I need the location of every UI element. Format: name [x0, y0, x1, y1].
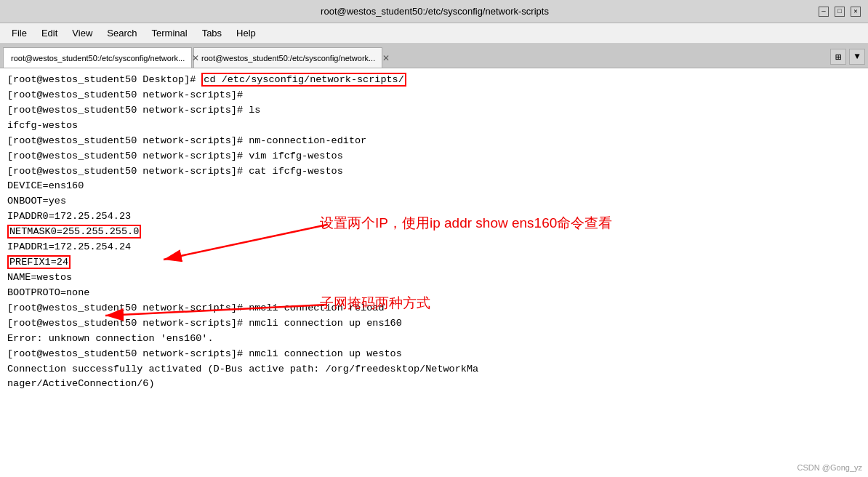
cd-command-highlight: cd /etc/sysconfig/network-scripts/: [201, 73, 406, 87]
window-controls[interactable]: ─ □ ✕: [819, 7, 861, 17]
tab-menu-button[interactable]: ▼: [849, 49, 865, 65]
tab-2-label: root@westos_student50:/etc/sysconfig/net…: [201, 54, 375, 63]
menu-help[interactable]: Help: [230, 26, 262, 40]
terminal-line-16: [root@westos_student50 network-scripts]#…: [7, 316, 861, 332]
terminal-line-1: [root@westos_student50 network-scripts]#: [7, 88, 861, 103]
menu-terminal[interactable]: Terminal: [146, 26, 193, 40]
tab-1-label: root@westos_student50:/etc/sysconfig/net…: [11, 54, 185, 63]
terminal-line-6: [root@westos_student50 network-scripts]#…: [7, 164, 861, 180]
tab-1[interactable]: root@westos_student50:/etc/sysconfig/net…: [3, 47, 192, 68]
terminal-line-9: IPADDR0=172.25.254.23: [7, 209, 861, 225]
menu-search[interactable]: Search: [101, 26, 142, 40]
terminal-line-15: [root@westos_student50 network-scripts]#…: [7, 301, 861, 316]
terminal-line-3: ifcfg-westos: [7, 119, 861, 134]
menu-edit[interactable]: Edit: [36, 26, 63, 40]
terminal-line-4: [root@westos_student50 network-scripts]#…: [7, 134, 861, 149]
terminal-line-8: ONBOOT=yes: [7, 194, 861, 209]
tab-bar: root@westos_student50:/etc/sysconfig/net…: [0, 44, 868, 68]
menu-bar: File Edit View Search Terminal Tabs Help: [0, 23, 868, 44]
maximize-button[interactable]: □: [835, 7, 845, 17]
menu-tabs[interactable]: Tabs: [196, 26, 228, 40]
terminal-line-7: DEVICE=ens160: [7, 179, 861, 194]
tab-2-close[interactable]: ✕: [382, 53, 390, 63]
terminal-line-14: BOOTPROTO=none: [7, 286, 861, 301]
terminal-line-10: NETMASK0=255.255.255.0: [7, 225, 861, 240]
watermark: CSDN @Gong_yz: [797, 462, 862, 474]
close-button[interactable]: ✕: [851, 7, 861, 17]
tab-1-close[interactable]: ✕: [192, 53, 199, 63]
terminal-line-12: PREFIX1=24: [7, 255, 861, 270]
tab-2[interactable]: root@westos_student50:/etc/sysconfig/net…: [193, 47, 382, 68]
minimize-button[interactable]: ─: [819, 7, 829, 17]
terminal-line-0: [root@westos_student50 Desktop]# cd /etc…: [7, 73, 861, 88]
terminal-line-13: NAME=westos: [7, 270, 861, 286]
prefix-highlight: PREFIX1=24: [7, 255, 71, 269]
new-tab-button[interactable]: ⊞: [830, 49, 846, 65]
menu-file[interactable]: File: [6, 26, 33, 40]
terminal-line-2: [root@westos_student50 network-scripts]#…: [7, 103, 861, 119]
tab-bar-controls: ⊞ ▼: [830, 49, 865, 68]
window-title: root@westos_student50:/etc/sysconfig/net…: [51, 6, 819, 17]
terminal-line-11: IPADDR1=172.25.254.24: [7, 240, 861, 255]
terminal-line-18: [root@westos_student50 network-scripts]#…: [7, 347, 861, 362]
terminal-line-20: nager/ActiveConnection/6): [7, 377, 861, 392]
terminal-line-19: Connection successfully activated (D-Bus…: [7, 362, 861, 377]
netmask-highlight: NETMASK0=255.255.255.0: [7, 225, 141, 238]
menu-view[interactable]: View: [66, 26, 98, 40]
title-bar: root@westos_student50:/etc/sysconfig/net…: [0, 0, 868, 23]
terminal-area[interactable]: [root@westos_student50 Desktop]# cd /etc…: [0, 68, 868, 477]
terminal-line-5: [root@westos_student50 network-scripts]#…: [7, 149, 861, 164]
terminal-line-17: Error: unknown connection 'ens160'.: [7, 332, 861, 347]
